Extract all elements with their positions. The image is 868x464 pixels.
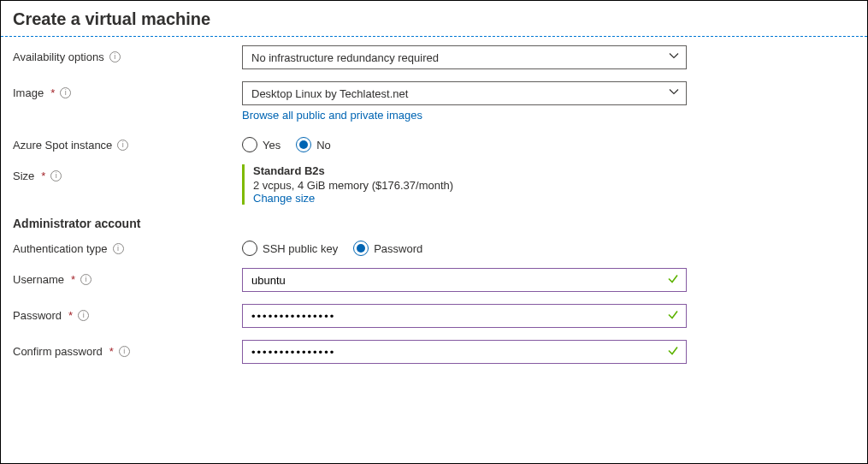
spot-no-label: No xyxy=(316,139,331,152)
confirm-row: Confirm password * i xyxy=(13,340,855,364)
required-asterisk: * xyxy=(109,345,114,358)
required-asterisk: * xyxy=(50,86,55,99)
chevron-down-icon xyxy=(669,51,679,64)
availability-select[interactable]: No infrastructure redundancy required xyxy=(242,45,687,69)
password-input[interactable] xyxy=(251,310,662,323)
info-icon[interactable]: i xyxy=(50,170,62,181)
required-asterisk: * xyxy=(71,273,75,286)
auth-row: Authentication type i SSH public key Pas… xyxy=(13,237,855,256)
info-icon[interactable]: i xyxy=(60,87,71,98)
info-icon[interactable]: i xyxy=(109,51,121,62)
auth-password-label: Password xyxy=(374,242,422,255)
check-icon xyxy=(667,345,679,360)
info-icon[interactable]: i xyxy=(80,274,92,285)
check-icon xyxy=(667,309,679,324)
auth-password-radio[interactable]: Password xyxy=(353,241,422,256)
size-label: Size * i xyxy=(13,164,242,182)
username-label-text: Username xyxy=(13,273,64,286)
page-title: Create a virtual machine xyxy=(1,1,867,36)
info-icon[interactable]: i xyxy=(78,310,89,321)
chevron-down-icon xyxy=(669,87,679,100)
size-desc: 2 vcpus, 4 GiB memory ($176.37/month) xyxy=(253,179,687,192)
section-divider xyxy=(1,36,867,37)
admin-heading: Administrator account xyxy=(13,217,855,230)
spot-label-text: Azure Spot instance xyxy=(13,139,112,152)
spot-no-radio[interactable]: No xyxy=(296,137,331,152)
browse-images-link[interactable]: Browse all public and private images xyxy=(242,109,687,122)
image-select[interactable]: Desktop Linux by Techlatest.net xyxy=(242,81,687,105)
required-asterisk: * xyxy=(41,170,45,182)
auth-label-text: Authentication type xyxy=(13,242,108,255)
radio-selected-icon xyxy=(353,241,369,256)
image-row: Image * i Desktop Linux by Techlatest.ne… xyxy=(13,81,855,122)
size-block: Standard B2s 2 vcpus, 4 GiB memory ($176… xyxy=(242,164,687,205)
radio-selected-icon xyxy=(296,137,311,152)
size-row: Size * i Standard B2s 2 vcpus, 4 GiB mem… xyxy=(13,164,855,205)
password-input-wrap xyxy=(242,304,687,328)
spot-label: Azure Spot instance i xyxy=(13,134,242,152)
confirm-input-wrap xyxy=(242,340,687,364)
spot-yes-radio[interactable]: Yes xyxy=(242,137,280,152)
auth-ssh-label: SSH public key xyxy=(263,242,338,255)
required-asterisk: * xyxy=(68,309,73,322)
spot-yes-label: Yes xyxy=(263,139,280,152)
password-row: Password * i xyxy=(13,304,855,328)
username-label: Username * i xyxy=(13,268,242,286)
auth-label: Authentication type i xyxy=(13,237,242,255)
confirm-label: Confirm password * i xyxy=(13,340,242,358)
image-label: Image * i xyxy=(13,81,242,99)
image-label-text: Image xyxy=(13,86,44,99)
confirm-input[interactable] xyxy=(251,346,662,359)
availability-row: Availability options i No infrastructure… xyxy=(13,45,855,69)
auth-ssh-radio[interactable]: SSH public key xyxy=(242,241,338,256)
info-icon[interactable]: i xyxy=(113,243,124,254)
check-icon xyxy=(667,273,679,288)
radio-icon xyxy=(242,241,257,256)
size-name: Standard B2s xyxy=(253,164,687,177)
radio-icon xyxy=(242,137,257,152)
image-value: Desktop Linux by Techlatest.net xyxy=(251,87,408,100)
info-icon[interactable]: i xyxy=(119,346,130,357)
password-label: Password * i xyxy=(13,304,242,322)
username-input[interactable] xyxy=(251,274,662,287)
change-size-link[interactable]: Change size xyxy=(253,192,315,205)
confirm-label-text: Confirm password xyxy=(13,345,103,358)
size-label-text: Size xyxy=(13,170,34,182)
username-input-wrap xyxy=(242,268,687,292)
spot-row: Azure Spot instance i Yes No xyxy=(13,134,855,152)
username-row: Username * i xyxy=(13,268,855,292)
availability-value: No infrastructure redundancy required xyxy=(251,51,439,64)
availability-label-text: Availability options xyxy=(13,51,104,63)
password-label-text: Password xyxy=(13,309,62,322)
availability-label: Availability options i xyxy=(13,45,242,63)
info-icon[interactable]: i xyxy=(117,140,128,151)
